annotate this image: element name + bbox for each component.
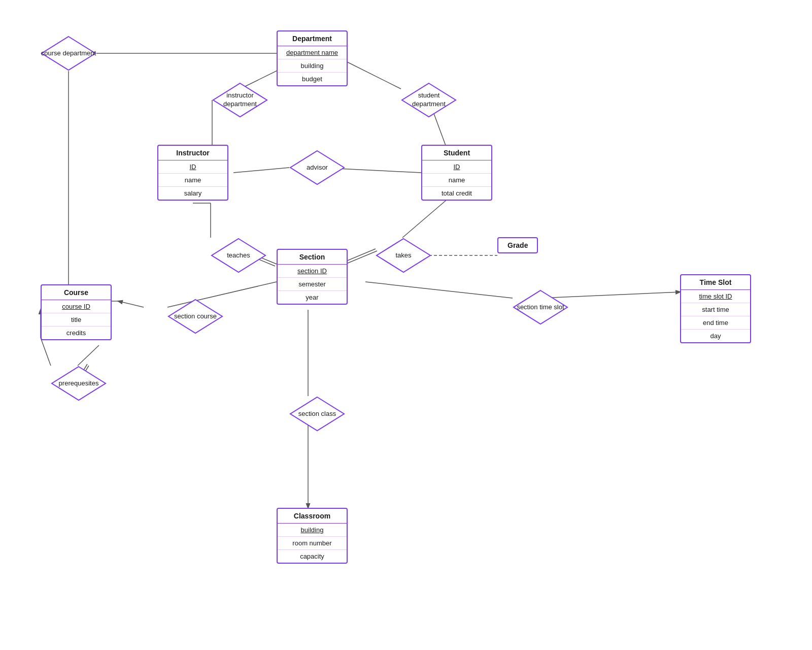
entity-student: StudentIDnametotal credit bbox=[421, 145, 492, 201]
entity-classroom: Classroombuildingroom numbercapacity bbox=[277, 508, 348, 564]
entity-attr-timeslot-3: day bbox=[681, 330, 750, 342]
entity-timeslot: Time Slottime slot IDstart timeend timed… bbox=[680, 274, 751, 343]
diamond-label-instructorDept: instructor department bbox=[212, 91, 268, 109]
entity-title-instructor: Instructor bbox=[158, 146, 227, 160]
svg-line-20 bbox=[365, 282, 513, 298]
diamond-advisor: advisor bbox=[289, 150, 345, 185]
entity-attr-section-1: semester bbox=[278, 278, 347, 291]
entity-attr-student-0: ID bbox=[422, 160, 491, 174]
entity-attr-section-2: year bbox=[278, 291, 347, 304]
diamond-sectionCourse: section course bbox=[167, 299, 223, 334]
diamond-instructorDept: instructor department bbox=[212, 82, 268, 118]
diamond-prereq: prerequesites bbox=[51, 366, 107, 401]
svg-line-7 bbox=[233, 168, 289, 173]
entity-attr-student-1: name bbox=[422, 174, 491, 187]
entity-title-department: Department bbox=[278, 31, 347, 46]
entity-attr-course-2: credits bbox=[42, 327, 111, 339]
entity-attr-instructor-1: name bbox=[158, 174, 227, 187]
entity-attr-student-2: total credit bbox=[422, 187, 491, 200]
grade-box: Grade bbox=[497, 237, 538, 253]
diamond-sectionTimeSlot: section time slot bbox=[513, 289, 568, 325]
er-diagram-canvas: Departmentdepartment namebuildingbudgetI… bbox=[0, 0, 812, 650]
entity-attr-timeslot-0: time slot ID bbox=[681, 290, 750, 303]
entity-title-classroom: Classroom bbox=[278, 509, 347, 524]
diamond-label-studentDept: student department bbox=[401, 91, 457, 109]
diamond-label-advisor: advisor bbox=[307, 164, 328, 172]
svg-line-5 bbox=[340, 58, 401, 89]
svg-line-18 bbox=[118, 301, 144, 307]
svg-line-27 bbox=[41, 338, 51, 366]
entity-attr-instructor-2: salary bbox=[158, 187, 227, 200]
entity-title-timeslot: Time Slot bbox=[681, 275, 750, 290]
entity-attr-timeslot-1: start time bbox=[681, 303, 750, 316]
entity-attr-classroom-0: building bbox=[278, 524, 347, 537]
entity-department: Departmentdepartment namebuildingbudget bbox=[277, 30, 348, 86]
entity-title-course: Course bbox=[42, 285, 111, 300]
diamond-courseDept: course department bbox=[41, 36, 96, 71]
entity-attr-classroom-2: capacity bbox=[278, 550, 347, 563]
diamond-teaches: teaches bbox=[211, 238, 266, 273]
diamond-label-sectionClass: section class bbox=[298, 410, 336, 418]
diamond-label-sectionTimeSlot: section time slot bbox=[517, 303, 564, 312]
diamond-takes: takes bbox=[376, 238, 431, 273]
svg-line-26 bbox=[78, 345, 99, 366]
entity-attr-classroom-1: room number bbox=[278, 537, 347, 550]
entity-attr-timeslot-2: end time bbox=[681, 316, 750, 330]
entity-attr-department-2: budget bbox=[278, 73, 347, 85]
entity-attr-section-0: section ID bbox=[278, 265, 347, 278]
diamond-sectionClass: section class bbox=[289, 396, 345, 432]
entity-section: Sectionsection IDsemesteryear bbox=[277, 249, 348, 305]
entity-title-section: Section bbox=[278, 250, 347, 265]
entity-attr-instructor-0: ID bbox=[158, 160, 227, 174]
svg-line-13 bbox=[402, 196, 452, 238]
diamond-studentDept: student department bbox=[401, 82, 457, 118]
entity-course: Coursecourse IDtitlecredits bbox=[41, 284, 112, 340]
diamond-label-takes: takes bbox=[395, 251, 411, 260]
diamond-label-sectionCourse: section course bbox=[174, 312, 217, 321]
diamond-label-teaches: teaches bbox=[227, 251, 250, 260]
entity-attr-department-1: building bbox=[278, 59, 347, 73]
diamond-label-prereq: prerequesites bbox=[59, 379, 99, 388]
entity-title-student: Student bbox=[422, 146, 491, 160]
entity-instructor: InstructorIDnamesalary bbox=[157, 145, 228, 201]
diamond-label-courseDept: course department bbox=[41, 49, 96, 58]
entity-attr-department-0: department name bbox=[278, 46, 347, 59]
entity-attr-course-0: course ID bbox=[42, 300, 111, 313]
entity-attr-course-1: title bbox=[42, 313, 111, 327]
